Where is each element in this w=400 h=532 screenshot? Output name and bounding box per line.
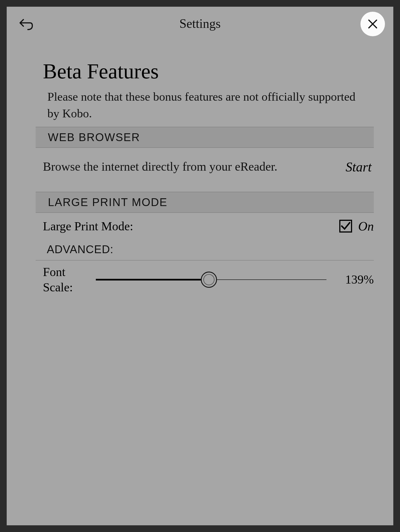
page-title: Beta Features [7,59,393,88]
large-print-toggle[interactable]: On [339,219,374,234]
back-arrow-icon [19,18,33,31]
web-browser-row: Browse the internet directly from your e… [7,148,393,185]
font-scale-label: Font Scale: [43,264,87,295]
section-header-web-browser: WEB BROWSER [36,127,374,148]
checkbox-icon [339,220,352,233]
checkbox-label: On [358,219,374,234]
settings-screen: Settings Beta Features Please note that … [7,7,393,525]
header-bar: Settings [7,7,393,40]
section-header-large-print: LARGE PRINT MODE [36,192,374,213]
checkmark-icon [341,221,351,231]
advanced-label: ADVANCED: [7,235,393,260]
slider-fill [96,279,209,280]
font-scale-slider[interactable] [96,271,326,288]
web-browser-description: Browse the internet directly from your e… [43,158,346,175]
header-title: Settings [179,16,221,31]
web-browser-start-button[interactable]: Start [346,159,374,175]
slider-knob[interactable] [201,272,217,288]
font-scale-value: 139% [335,272,374,287]
font-scale-row: Font Scale: 139% [7,260,393,295]
close-button[interactable] [360,12,385,36]
back-button[interactable] [18,16,35,33]
large-print-label: Large Print Mode: [43,219,339,233]
content-area: Beta Features Please note that these bon… [7,40,393,295]
large-print-row: Large Print Mode: On [7,213,393,235]
page-subtitle: Please note that these bonus features ar… [7,88,393,127]
close-icon [367,18,378,30]
